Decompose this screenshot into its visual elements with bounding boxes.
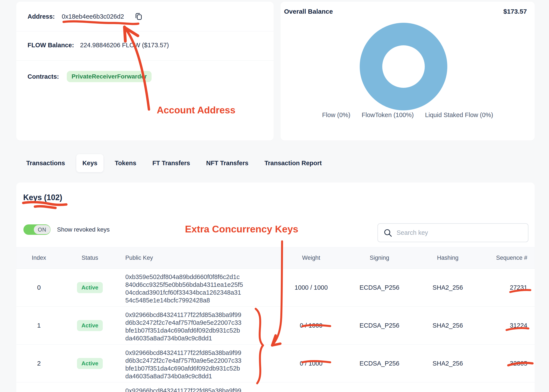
tab-bar: TransactionsKeysTokensFT TransfersNFT Tr… [21, 154, 327, 172]
key-hashing: SHA2_256 [415, 382, 480, 392]
balance-card-header: Overall Balance $173.57 [284, 8, 527, 15]
balance-total-usd: $173.57 [503, 8, 527, 15]
public-key: 0x92966bcd843241177f22fd85a38ba9f99d6b3c… [116, 382, 279, 392]
public-key-line: 0x92966bcd843241177f22fd85a38ba9f99 [125, 349, 278, 357]
key-sequence: 27231 [480, 269, 535, 307]
key-sequence: 33541 [480, 382, 535, 392]
keys-table: IndexStatusPublic KeyWeightSigningHashin… [16, 247, 535, 392]
tab-transactions[interactable]: Transactions [21, 160, 70, 167]
column-header-index: Index [16, 247, 53, 269]
public-key-line: d6b3c2472f2c7e4af757f0a9e5e22007c33 [125, 357, 278, 364]
key-signing: ECDSA_P256 [344, 382, 415, 392]
contracts-row: Contracts: PrivateReceiverForwarder [28, 69, 152, 84]
key-index: 0 [16, 269, 53, 307]
key-status: Active [53, 344, 116, 382]
public-key-line: d6b3c2472f2c7e4af757f0a9e5e22007c33 [125, 319, 278, 327]
donut-hole [382, 45, 425, 88]
column-header-hashing: Hashing [415, 247, 480, 269]
public-key-line: bfe1b07f351da4c690afd6f092db931c52b [125, 327, 278, 334]
key-signing: ECDSA_P256 [344, 307, 415, 344]
show-revoked-toggle[interactable]: ON [23, 224, 50, 235]
key-index: 2 [16, 344, 53, 382]
overall-balance-card: Overall Balance $173.57 Flow (0%)FlowTok… [281, 2, 535, 140]
keys-table-body: 0Active0xb359e502df804a89bdd660f0f8f6c2d… [16, 269, 535, 392]
account-info-card: Address: 0x18eb4ee6b3c026d2 FLOW Balance… [16, 2, 274, 140]
toggle-knob: ON [34, 225, 50, 234]
public-key-line: 0xb359e502df804a89bdd660f0f8f6c2d1c [125, 273, 278, 281]
column-header-weight: Weight [279, 247, 344, 269]
copy-address-button[interactable] [134, 12, 143, 21]
public-key: 0x92966bcd843241177f22fd85a38ba9f99d6b3c… [116, 307, 279, 344]
donut-legend: Flow (0%)FlowToken (100%)Liquid Staked F… [281, 112, 535, 119]
search-icon [383, 228, 393, 238]
key-index: 3 [16, 382, 53, 392]
key-row-0: 0Active0xb359e502df804a89bdd660f0f8f6c2d… [16, 269, 535, 307]
key-status: Active [53, 307, 116, 344]
public-key-line: da46035a8ad734b0a9c9c8dd1 [125, 334, 278, 342]
key-sequence: 32805 [480, 344, 535, 382]
public-key-line: 54c5485e1e14bcfc7992428a8 [125, 296, 278, 304]
key-index: 1 [16, 307, 53, 344]
keys-heading: Keys (102) [23, 193, 62, 202]
key-hashing: SHA2_256 [415, 307, 480, 344]
legend-item-flow-0: Flow (0%) [322, 112, 351, 119]
key-row-1: 1Active0x92966bcd843241177f22fd85a38ba9f… [16, 307, 535, 344]
show-revoked-label: Show revoked keys [57, 226, 110, 233]
tab-ft-transfers[interactable]: FT Transfers [148, 160, 195, 167]
flow-balance-row: FLOW Balance: 224.98846206 FLOW ($173.57… [28, 36, 169, 54]
status-badge: Active [77, 358, 103, 369]
flow-balance-value: 224.98846206 FLOW ($173.57) [80, 42, 169, 49]
key-weight: 0 / 1000 [279, 382, 344, 392]
public-key-line: 840d6cc9325f5e0bb56bdab4311ea1e25f5 [125, 281, 278, 289]
keys-card: Keys (102) ON Show revoked keys IndexSta… [16, 182, 535, 392]
key-weight: 0 / 1000 [279, 344, 344, 382]
contracts-label: Contracts: [28, 73, 59, 80]
divider [16, 61, 274, 61]
legend-item-liquid-staked-flow-0: Liquid Staked Flow (0%) [425, 112, 493, 119]
tab-keys[interactable]: Keys [76, 154, 104, 172]
key-row-3: 3Active0x92966bcd843241177f22fd85a38ba9f… [16, 382, 535, 392]
balance-donut-chart [360, 23, 447, 110]
public-key-line: 04cdcad3901fcf60f33434bca1262348a31 [125, 289, 278, 296]
column-header-sequence: Sequence # [480, 247, 535, 269]
status-badge: Active [77, 282, 103, 293]
key-status: Active [53, 269, 116, 307]
key-signing: ECDSA_P256 [344, 269, 415, 307]
key-weight: 0 / 1000 [279, 307, 344, 344]
key-hashing: SHA2_256 [415, 344, 480, 382]
column-header-status: Status [53, 247, 116, 269]
key-sequence: 31224 [480, 307, 535, 344]
copy-icon [134, 12, 143, 21]
column-header-public-key: Public Key [116, 247, 279, 269]
toggle-on-label: ON [38, 227, 46, 233]
key-status: Active [53, 382, 116, 392]
address-row: Address: 0x18eb4ee6b3c026d2 [28, 9, 143, 24]
toggle-row: ON Show revoked keys [23, 224, 110, 235]
legend-item-flowtoken-100: FlowToken (100%) [362, 112, 414, 119]
key-row-2: 2Active0x92966bcd843241177f22fd85a38ba9f… [16, 344, 535, 382]
address-label: Address: [28, 13, 55, 20]
public-key-line: 0x92966bcd843241177f22fd85a38ba9f99 [125, 387, 278, 392]
contract-badge[interactable]: PrivateReceiverForwarder [67, 71, 152, 82]
public-key-line: bfe1b07f351da4c690afd6f092db931c52b [125, 364, 278, 372]
public-key: 0xb359e502df804a89bdd660f0f8f6c2d1c840d6… [116, 269, 279, 307]
status-badge: Active [77, 320, 103, 331]
divider [16, 31, 274, 31]
search-key-input[interactable] [396, 229, 524, 237]
key-signing: ECDSA_P256 [344, 344, 415, 382]
address-value: 0x18eb4ee6b3c026d2 [62, 13, 124, 20]
tab-tokens[interactable]: Tokens [110, 160, 141, 167]
tab-transaction-report[interactable]: Transaction Report [260, 160, 327, 167]
key-search-box [377, 223, 528, 242]
balance-card-title: Overall Balance [284, 8, 333, 15]
keys-table-header-row: IndexStatusPublic KeyWeightSigningHashin… [16, 247, 535, 269]
column-header-signing: Signing [344, 247, 415, 269]
key-hashing: SHA2_256 [415, 269, 480, 307]
key-weight: 1000 / 1000 [279, 269, 344, 307]
public-key: 0x92966bcd843241177f22fd85a38ba9f99d6b3c… [116, 344, 279, 382]
flow-balance-label: FLOW Balance: [28, 42, 74, 49]
public-key-line: 0x92966bcd843241177f22fd85a38ba9f99 [125, 311, 278, 319]
public-key-line: da46035a8ad734b0a9c9c8dd1 [125, 372, 278, 380]
tab-nft-transfers[interactable]: NFT Transfers [202, 160, 253, 167]
